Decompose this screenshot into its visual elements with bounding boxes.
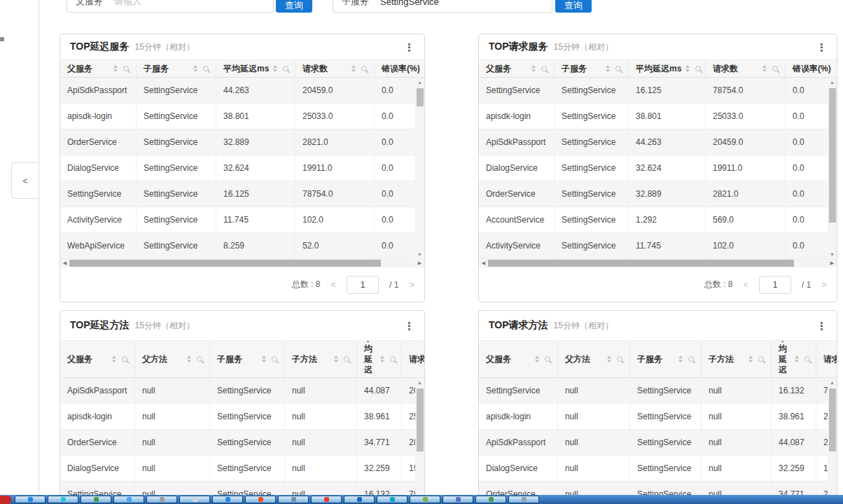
taskbar-app-button[interactable]	[15, 496, 46, 503]
column-header[interactable]: 平均延迟ms	[356, 341, 401, 377]
column-search-icon[interactable]	[283, 66, 288, 71]
scroll-up-icon[interactable]: ▲	[415, 78, 424, 87]
column-header[interactable]: 请求数	[816, 341, 837, 377]
sort-icon[interactable]	[606, 65, 610, 72]
more-menu-icon[interactable]	[404, 321, 414, 331]
table-row[interactable]: SettingServiceSettingService16.12578754.…	[60, 181, 424, 207]
column-header[interactable]: 平均延迟ms	[216, 60, 295, 77]
sort-icon[interactable]	[535, 356, 539, 363]
more-menu-icon[interactable]	[816, 321, 827, 331]
scrollbar-thumb[interactable]	[417, 88, 424, 106]
vertical-scrollbar[interactable]: ▲ ▼	[828, 78, 837, 259]
column-header[interactable]: 子服务	[629, 341, 701, 377]
hscrollbar-thumb[interactable]	[488, 260, 794, 267]
column-header[interactable]: 请求数	[401, 341, 424, 377]
prev-page-button[interactable]: <	[330, 279, 336, 290]
taskbar-app-button[interactable]	[311, 496, 342, 503]
column-search-icon[interactable]	[203, 66, 209, 71]
sort-icon[interactable]	[262, 356, 266, 363]
sort-icon[interactable]	[112, 356, 116, 363]
table-row[interactable]: OrderServiceSettingService32.8892821.00.…	[479, 181, 837, 207]
column-header[interactable]: 错误率(%)	[374, 60, 424, 77]
column-search-icon[interactable]	[772, 66, 778, 71]
taskbar-app-button[interactable]	[443, 496, 473, 503]
sort-icon[interactable]	[380, 356, 384, 363]
table-row[interactable]: ActivityServiceSettingService11.745102.0…	[60, 207, 424, 233]
column-header[interactable]: 子服务	[554, 60, 628, 77]
taskbar-app-button[interactable]	[245, 496, 276, 503]
column-header[interactable]: 子服务	[209, 341, 284, 377]
sort-icon[interactable]	[748, 356, 753, 363]
sort-icon[interactable]	[193, 65, 197, 72]
scroll-up-icon[interactable]: ▲	[828, 78, 837, 87]
sort-icon[interactable]	[795, 356, 799, 363]
table-row[interactable]: apisdk-loginSettingService38.80125033.00…	[479, 104, 837, 130]
taskbar-app-button[interactable]	[146, 496, 177, 503]
column-search-icon[interactable]	[758, 356, 764, 362]
taskbar-app-button[interactable]	[278, 496, 309, 503]
column-header[interactable]: 子方法	[701, 341, 771, 377]
taskbar-app-button[interactable]	[377, 496, 407, 503]
scroll-down-icon[interactable]: ▼	[415, 250, 424, 259]
table-row[interactable]: AccountServiceSettingService1.292569.00.…	[479, 207, 837, 233]
column-search-icon[interactable]	[344, 356, 349, 362]
sort-icon[interactable]	[113, 65, 118, 72]
parent-service-input[interactable]: 父服务 请输入	[67, 0, 274, 13]
table-row[interactable]: OrderServicenullSettingServicenull34.771…	[60, 430, 424, 456]
hscrollbar-thumb[interactable]	[69, 260, 381, 267]
table-row[interactable]: SettingServicenullSettingServicenull16.1…	[479, 378, 837, 404]
vertical-scrollbar[interactable]: ▲ ▼	[415, 78, 424, 259]
column-search-icon[interactable]	[197, 356, 202, 362]
taskbar-app-button[interactable]	[475, 496, 506, 503]
next-page-button[interactable]: >	[409, 279, 414, 290]
column-header[interactable]: 父服务	[479, 341, 557, 377]
column-search-icon[interactable]	[545, 356, 550, 362]
sort-icon[interactable]	[685, 65, 690, 72]
column-header[interactable]: 父服务	[60, 341, 134, 377]
parent-query-button[interactable]: 查询	[276, 0, 312, 13]
taskbar-app-button[interactable]	[212, 496, 243, 503]
table-row[interactable]: ApiSdkPassportSettingService44.26320459.…	[479, 130, 837, 155]
page-input[interactable]	[347, 276, 379, 294]
table-row[interactable]: apisdk-loginSettingService38.80125033.00…	[60, 104, 424, 130]
column-header[interactable]: 子方法	[284, 341, 356, 377]
prev-page-button[interactable]: <	[743, 279, 748, 290]
column-search-icon[interactable]	[615, 66, 621, 71]
column-search-icon[interactable]	[123, 66, 129, 71]
scroll-left-icon[interactable]: ◀	[60, 260, 69, 266]
taskbar-app-button[interactable]	[48, 496, 78, 503]
table-row[interactable]: DialogServiceSettingService32.62419911.0…	[60, 155, 424, 181]
scroll-up-icon[interactable]: ▲	[415, 378, 424, 387]
column-search-icon[interactable]	[272, 356, 277, 362]
table-row[interactable]: ApiSdkPassportnullSettingServicenull44.0…	[60, 378, 424, 404]
scrollbar-thumb[interactable]	[829, 88, 836, 223]
column-search-icon[interactable]	[617, 356, 622, 362]
more-menu-icon[interactable]	[816, 42, 827, 52]
scroll-left-icon[interactable]: ◀	[479, 260, 488, 266]
sort-icon[interactable]	[334, 356, 338, 363]
sort-icon[interactable]	[607, 356, 611, 363]
sort-icon[interactable]	[762, 65, 767, 72]
taskbar-app-button[interactable]	[344, 496, 375, 503]
taskbar-app-button[interactable]	[113, 496, 144, 503]
page-input[interactable]	[759, 276, 791, 294]
column-header[interactable]: 错误率(%)	[785, 60, 835, 77]
column-header[interactable]: 父方法	[557, 341, 629, 377]
column-header[interactable]: 平均延迟ms	[628, 60, 705, 77]
scroll-up-icon[interactable]: ▲	[828, 378, 837, 387]
taskbar-app-button[interactable]	[410, 496, 440, 503]
sort-icon[interactable]	[531, 65, 536, 72]
more-menu-icon[interactable]	[404, 42, 414, 52]
column-search-icon[interactable]	[688, 356, 694, 362]
column-header[interactable]: 请求数	[295, 60, 374, 77]
column-header[interactable]: 平均延迟ms	[771, 341, 816, 377]
table-row[interactable]: ActivityServiceSettingService11.745102.0…	[479, 233, 837, 259]
scroll-down-icon[interactable]: ▼	[828, 250, 837, 259]
column-search-icon[interactable]	[695, 66, 701, 71]
column-header[interactable]: 父服务	[479, 60, 554, 77]
vertical-scrollbar[interactable]: ▲	[415, 378, 424, 504]
child-query-button[interactable]: 查询	[555, 0, 592, 13]
column-header[interactable]: 父方法	[134, 341, 209, 377]
column-header[interactable]: 父服务	[60, 60, 136, 77]
table-row[interactable]: DialogServicenullSettingServicenull32.25…	[60, 456, 424, 482]
